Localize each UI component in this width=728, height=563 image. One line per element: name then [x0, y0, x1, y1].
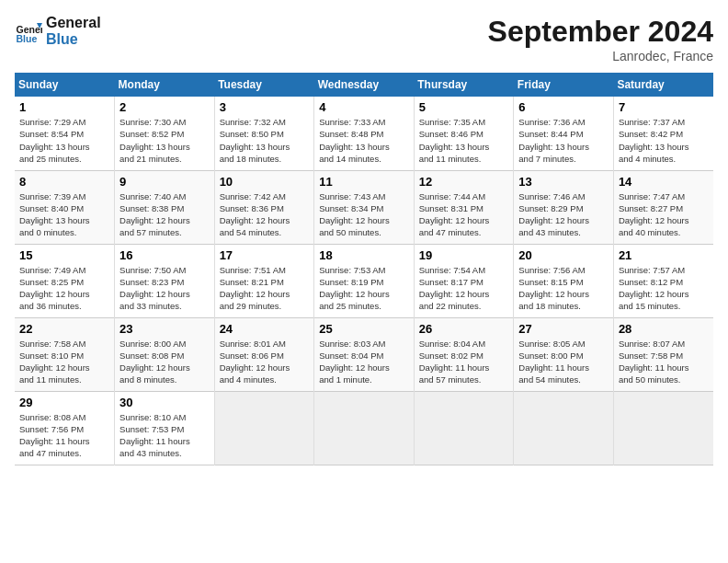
day-info: Sunrise: 7:46 AM Sunset: 8:29 PM Dayligh…	[518, 190, 609, 239]
day-number: 14	[619, 175, 709, 189]
column-header-sunday: Sunday	[15, 73, 115, 97]
week-row-4: 22Sunrise: 7:58 AM Sunset: 8:10 PM Dayli…	[15, 317, 713, 391]
calendar-cell: 25Sunrise: 8:03 AM Sunset: 8:04 PM Dayli…	[314, 317, 415, 391]
calendar-cell: 22Sunrise: 7:58 AM Sunset: 8:10 PM Dayli…	[15, 317, 115, 391]
day-info: Sunrise: 7:56 AM Sunset: 8:15 PM Dayligh…	[518, 264, 609, 313]
day-info: Sunrise: 7:29 AM Sunset: 8:54 PM Dayligh…	[19, 116, 109, 165]
logo-blue: Blue	[46, 31, 101, 48]
day-info: Sunrise: 7:42 AM Sunset: 8:36 PM Dayligh…	[220, 190, 310, 239]
day-number: 11	[319, 175, 409, 189]
day-number: 18	[319, 248, 409, 262]
day-number: 29	[19, 396, 109, 409]
day-info: Sunrise: 7:51 AM Sunset: 8:21 PM Dayligh…	[220, 264, 310, 313]
day-info: Sunrise: 7:43 AM Sunset: 8:34 PM Dayligh…	[319, 190, 409, 239]
day-info: Sunrise: 8:07 AM Sunset: 7:58 PM Dayligh…	[619, 338, 709, 386]
page-header: General Blue General Blue September 2024…	[15, 15, 713, 63]
calendar-cell: 11Sunrise: 7:43 AM Sunset: 8:34 PM Dayli…	[314, 170, 415, 244]
day-info: Sunrise: 8:03 AM Sunset: 8:04 PM Dayligh…	[319, 338, 409, 386]
day-number: 21	[619, 248, 709, 262]
calendar-cell: 3Sunrise: 7:32 AM Sunset: 8:50 PM Daylig…	[214, 97, 314, 170]
calendar-cell: 17Sunrise: 7:51 AM Sunset: 8:21 PM Dayli…	[214, 244, 314, 317]
logo-general: General	[46, 15, 101, 31]
calendar-cell: 16Sunrise: 7:50 AM Sunset: 8:23 PM Dayli…	[115, 244, 215, 317]
location: Lanrodec, France	[488, 49, 713, 63]
calendar-cell: 27Sunrise: 8:05 AM Sunset: 8:00 PM Dayli…	[514, 317, 614, 391]
day-number: 28	[619, 322, 709, 336]
day-info: Sunrise: 7:50 AM Sunset: 8:23 PM Dayligh…	[119, 264, 210, 313]
day-info: Sunrise: 7:49 AM Sunset: 8:25 PM Dayligh…	[19, 264, 109, 313]
day-info: Sunrise: 8:05 AM Sunset: 8:00 PM Dayligh…	[518, 338, 609, 386]
day-number: 3	[220, 100, 310, 114]
column-header-saturday: Saturday	[613, 73, 713, 97]
day-info: Sunrise: 7:35 AM Sunset: 8:46 PM Dayligh…	[419, 116, 509, 165]
calendar-cell	[314, 391, 415, 465]
day-number: 17	[220, 248, 310, 262]
week-row-1: 1Sunrise: 7:29 AM Sunset: 8:54 PM Daylig…	[15, 97, 713, 170]
day-number: 27	[518, 322, 609, 336]
calendar-cell: 7Sunrise: 7:37 AM Sunset: 8:42 PM Daylig…	[613, 97, 713, 170]
day-info: Sunrise: 7:54 AM Sunset: 8:17 PM Dayligh…	[419, 264, 509, 313]
day-number: 1	[19, 100, 109, 114]
day-info: Sunrise: 7:37 AM Sunset: 8:42 PM Dayligh…	[619, 116, 709, 165]
day-number: 15	[19, 248, 109, 262]
day-info: Sunrise: 8:00 AM Sunset: 8:08 PM Dayligh…	[119, 338, 210, 386]
svg-text:Blue: Blue	[17, 33, 38, 44]
day-info: Sunrise: 7:53 AM Sunset: 8:19 PM Dayligh…	[319, 264, 409, 313]
day-number: 30	[119, 396, 210, 409]
day-info: Sunrise: 8:04 AM Sunset: 8:02 PM Dayligh…	[419, 338, 509, 386]
day-info: Sunrise: 8:08 AM Sunset: 7:56 PM Dayligh…	[19, 411, 109, 460]
day-number: 10	[220, 175, 310, 189]
day-number: 26	[419, 322, 509, 336]
header-row: SundayMondayTuesdayWednesdayThursdayFrid…	[15, 73, 713, 97]
calendar-cell	[514, 391, 614, 465]
day-info: Sunrise: 8:10 AM Sunset: 7:53 PM Dayligh…	[119, 411, 210, 460]
day-number: 13	[518, 175, 609, 189]
day-number: 2	[119, 100, 210, 114]
calendar-cell: 21Sunrise: 7:57 AM Sunset: 8:12 PM Dayli…	[613, 244, 713, 317]
day-number: 16	[119, 248, 210, 262]
calendar-cell: 4Sunrise: 7:33 AM Sunset: 8:48 PM Daylig…	[314, 97, 415, 170]
calendar-cell: 18Sunrise: 7:53 AM Sunset: 8:19 PM Dayli…	[314, 244, 415, 317]
calendar-cell: 23Sunrise: 8:00 AM Sunset: 8:08 PM Dayli…	[115, 317, 215, 391]
logo-icon: General Blue	[15, 17, 42, 45]
day-number: 6	[518, 100, 609, 114]
calendar-cell: 20Sunrise: 7:56 AM Sunset: 8:15 PM Dayli…	[514, 244, 614, 317]
week-row-5: 29Sunrise: 8:08 AM Sunset: 7:56 PM Dayli…	[15, 391, 713, 465]
calendar-cell: 15Sunrise: 7:49 AM Sunset: 8:25 PM Dayli…	[15, 244, 115, 317]
column-header-wednesday: Wednesday	[314, 73, 415, 97]
title-block: September 2024 Lanrodec, France	[488, 15, 713, 63]
day-info: Sunrise: 7:32 AM Sunset: 8:50 PM Dayligh…	[220, 116, 310, 165]
day-number: 20	[518, 248, 609, 262]
day-number: 7	[619, 100, 709, 114]
calendar-table: SundayMondayTuesdayWednesdayThursdayFrid…	[15, 73, 713, 465]
calendar-cell	[414, 391, 514, 465]
day-info: Sunrise: 7:58 AM Sunset: 8:10 PM Dayligh…	[19, 338, 109, 386]
calendar-cell	[613, 391, 713, 465]
calendar-cell: 9Sunrise: 7:40 AM Sunset: 8:38 PM Daylig…	[115, 170, 215, 244]
calendar-cell: 10Sunrise: 7:42 AM Sunset: 8:36 PM Dayli…	[214, 170, 314, 244]
day-number: 8	[19, 175, 109, 189]
day-info: Sunrise: 7:39 AM Sunset: 8:40 PM Dayligh…	[19, 190, 109, 239]
logo: General Blue General Blue	[15, 15, 101, 48]
day-info: Sunrise: 7:40 AM Sunset: 8:38 PM Dayligh…	[119, 190, 210, 239]
day-info: Sunrise: 7:30 AM Sunset: 8:52 PM Dayligh…	[119, 116, 210, 165]
calendar-cell: 8Sunrise: 7:39 AM Sunset: 8:40 PM Daylig…	[15, 170, 115, 244]
day-number: 5	[419, 100, 509, 114]
calendar-cell: 29Sunrise: 8:08 AM Sunset: 7:56 PM Dayli…	[15, 391, 115, 465]
calendar-cell: 14Sunrise: 7:47 AM Sunset: 8:27 PM Dayli…	[613, 170, 713, 244]
column-header-thursday: Thursday	[414, 73, 514, 97]
week-row-2: 8Sunrise: 7:39 AM Sunset: 8:40 PM Daylig…	[15, 170, 713, 244]
day-number: 24	[220, 322, 310, 336]
column-header-friday: Friday	[514, 73, 614, 97]
calendar-cell: 1Sunrise: 7:29 AM Sunset: 8:54 PM Daylig…	[15, 97, 115, 170]
calendar-cell	[214, 391, 314, 465]
calendar-cell: 28Sunrise: 8:07 AM Sunset: 7:58 PM Dayli…	[613, 317, 713, 391]
day-number: 4	[319, 100, 409, 114]
calendar-cell: 19Sunrise: 7:54 AM Sunset: 8:17 PM Dayli…	[414, 244, 514, 317]
day-info: Sunrise: 7:57 AM Sunset: 8:12 PM Dayligh…	[619, 264, 709, 313]
day-info: Sunrise: 7:44 AM Sunset: 8:31 PM Dayligh…	[419, 190, 509, 239]
calendar-cell: 5Sunrise: 7:35 AM Sunset: 8:46 PM Daylig…	[414, 97, 514, 170]
week-row-3: 15Sunrise: 7:49 AM Sunset: 8:25 PM Dayli…	[15, 244, 713, 317]
calendar-cell: 13Sunrise: 7:46 AM Sunset: 8:29 PM Dayli…	[514, 170, 614, 244]
day-info: Sunrise: 7:33 AM Sunset: 8:48 PM Dayligh…	[319, 116, 409, 165]
